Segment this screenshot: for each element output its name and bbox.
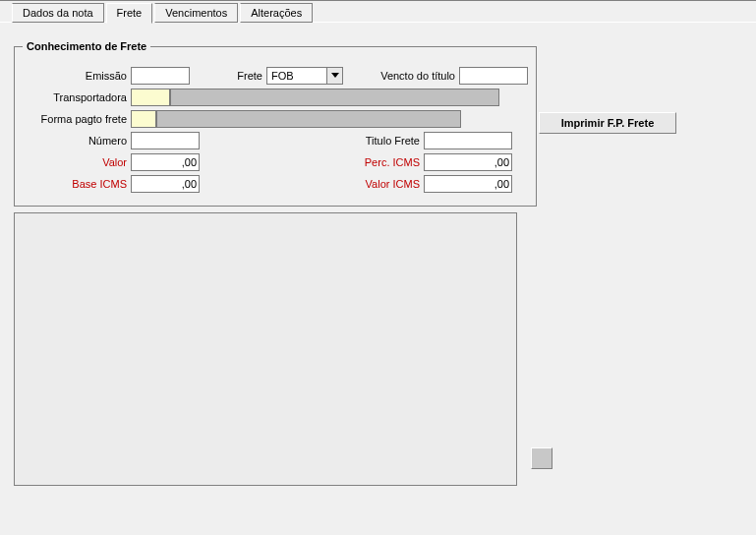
tabpage-frete: Conhecimento de Frete Emissão Frete FOB … (0, 22, 756, 496)
svg-marker-0 (331, 73, 339, 78)
label-numero: Número (23, 135, 131, 147)
input-titulo-frete[interactable] (424, 132, 512, 149)
detail-area (14, 212, 517, 486)
input-forma-code[interactable] (131, 110, 156, 128)
label-valor: Valor (23, 156, 131, 168)
tab-frete[interactable]: Frete (106, 3, 153, 24)
label-vencto: Vencto do título (373, 70, 459, 82)
button-imprimir-fp-frete[interactable]: Imprimir F.P. Frete (539, 112, 676, 134)
group-conhecimento-frete: Conhecimento de Frete Emissão Frete FOB … (14, 40, 537, 207)
label-base-icms: Base ICMS (23, 178, 131, 190)
select-frete-value: FOB (267, 70, 326, 82)
label-emissao: Emissão (23, 70, 131, 82)
button-small-aux[interactable] (531, 447, 552, 469)
label-valor-icms: Valor ICMS (361, 178, 424, 190)
input-vencto[interactable] (459, 67, 528, 85)
select-frete[interactable]: FOB (266, 67, 343, 85)
input-numero[interactable] (131, 132, 200, 149)
frete-window: Dados da nota Frete Vencimentos Alteraçõ… (0, 0, 756, 535)
chevron-down-icon[interactable] (326, 68, 342, 84)
tab-vencimentos[interactable]: Vencimentos (154, 3, 238, 23)
input-emissao[interactable] (131, 67, 190, 85)
tab-bar: Dados da nota Frete Vencimentos Alteraçõ… (12, 3, 756, 23)
input-transportadora-name[interactable] (170, 89, 499, 106)
input-perc-icms[interactable] (424, 153, 512, 171)
input-base-icms[interactable] (131, 175, 200, 193)
input-valor-icms[interactable] (424, 175, 512, 193)
label-frete: Frete (235, 70, 266, 82)
label-transportadora: Transportadora (23, 91, 131, 103)
label-titulo-frete: Titulo Frete (361, 135, 424, 147)
tab-alteracoes[interactable]: Alterações (240, 3, 313, 23)
label-perc-icms: Perc. ICMS (361, 156, 424, 168)
input-transportadora-code[interactable] (131, 89, 170, 106)
group-title: Conhecimento de Frete (23, 40, 150, 52)
input-forma-name[interactable] (156, 110, 461, 128)
input-valor[interactable] (131, 153, 200, 171)
tab-dados-da-nota[interactable]: Dados da nota (12, 3, 104, 23)
label-forma-pagto: Forma pagto frete (23, 113, 131, 125)
